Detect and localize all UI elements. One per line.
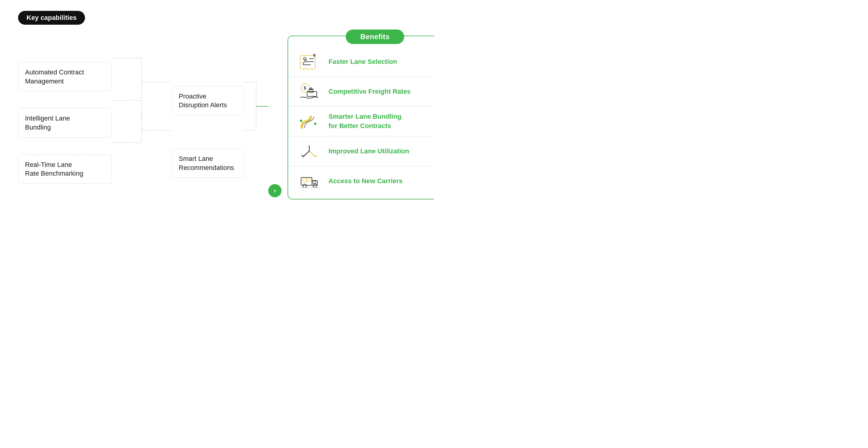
bundling-svg [299, 113, 320, 130]
benefits-badge: Benefits [346, 30, 404, 44]
carriers-icon [297, 170, 321, 192]
benefit-row-smarter-lane: Smarter Lane Bundlingfor Better Contract… [288, 107, 434, 136]
arrow-circle: › [268, 184, 281, 197]
left-section: Automated ContractManagement Intelligent… [18, 36, 281, 204]
middle-item-proactive: ProactiveDisruption Alerts [172, 86, 244, 116]
benefits-header: Benefits [288, 30, 434, 44]
freight-svg: $ [299, 83, 320, 101]
middle-items-list: ProactiveDisruption Alerts Smart LaneRec… [172, 62, 244, 178]
smarter-lane-label: Smarter Lane Bundlingfor Better Contract… [329, 112, 401, 131]
competitive-freight-label: Competitive Freight Rates [329, 87, 411, 96]
right-connectors [244, 36, 268, 204]
freight-rates-icon: $ [297, 81, 321, 102]
svg-rect-36 [307, 179, 311, 182]
page-wrapper: Key capabilities Automated ContractManag… [0, 0, 434, 224]
svg-text:$: $ [304, 86, 306, 90]
benefits-section: Benefits [287, 36, 434, 199]
capabilities-list: Automated ContractManagement Intelligent… [18, 62, 112, 184]
access-carriers-label: Access to New Carriers [329, 177, 403, 186]
svg-rect-35 [303, 179, 307, 182]
svg-point-33 [313, 184, 317, 188]
faster-lane-svg [299, 53, 320, 71]
middle-item-smart-lane-label: Smart LaneRecommendations [179, 155, 234, 171]
lane-bundling-icon [297, 111, 321, 132]
key-capabilities-badge: Key capabilities [18, 11, 85, 25]
main-content: Automated ContractManagement Intelligent… [18, 36, 416, 212]
right-connector-svg [244, 36, 268, 204]
benefit-row-improved-lane: Improved Lane Utilization [288, 136, 434, 166]
svg-point-27 [314, 123, 316, 125]
carriers-svg [299, 172, 320, 190]
benefit-row-access-carriers: Access to New Carriers [288, 166, 434, 196]
improved-lane-label: Improved Lane Utilization [329, 147, 409, 156]
benefit-row-faster-lane: Faster Lane Selection [288, 47, 434, 77]
svg-rect-12 [300, 56, 315, 69]
svg-rect-31 [313, 181, 316, 184]
capability-intelligent-lane-label: Intelligent LaneBundling [25, 115, 70, 131]
capability-realtime-lane-label: Real-Time LaneRate Benchmarking [25, 161, 83, 178]
arrow-icon: › [274, 187, 276, 195]
benefit-row-competitive-freight: $ Competitive Freight Rates [288, 77, 434, 107]
capability-automated-contract: Automated ContractManagement [18, 62, 112, 91]
svg-point-19 [304, 58, 306, 60]
middle-item-smart-lane: Smart LaneRecommendations [172, 149, 244, 178]
svg-point-26 [300, 120, 302, 122]
benefits-label: Benefits [360, 33, 390, 41]
svg-point-32 [303, 184, 307, 188]
faster-lane-label: Faster Lane Selection [329, 57, 397, 67]
lane-utilization-icon [297, 141, 321, 162]
utilization-svg [299, 142, 320, 160]
key-capabilities-label: Key capabilities [27, 14, 76, 22]
left-connectors [112, 36, 172, 204]
connector-lines-svg [112, 36, 172, 204]
capability-automated-contract-label: Automated ContractManagement [25, 68, 84, 85]
capability-realtime-lane: Real-Time LaneRate Benchmarking [18, 155, 112, 184]
benefits-panel: Benefits [287, 36, 434, 199]
middle-item-proactive-label: ProactiveDisruption Alerts [179, 93, 227, 109]
lane-selection-icon [297, 51, 321, 72]
capability-intelligent-lane: Intelligent LaneBundling [18, 108, 112, 137]
